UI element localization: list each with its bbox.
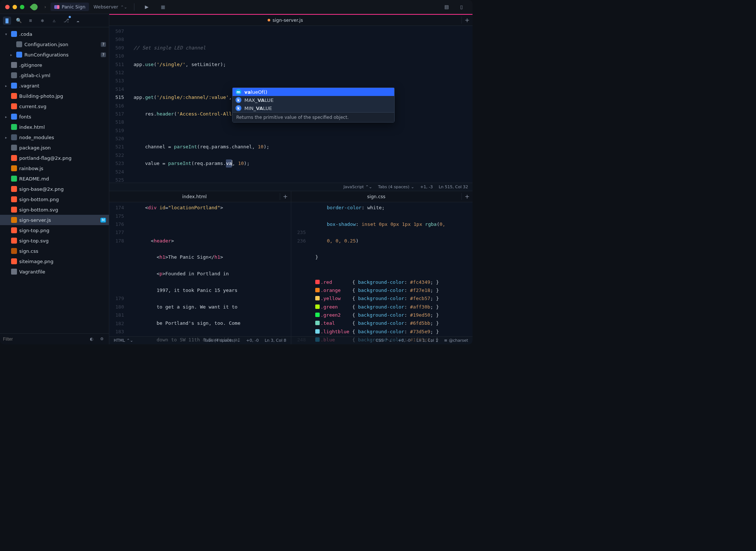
status-lang[interactable]: CSS ⌃⌄ — [376, 338, 392, 343]
editor-pane-bottom-right: sign.css + 235236248 border-color: white… — [291, 191, 473, 344]
zoom-window[interactable] — [20, 5, 24, 9]
code-editor-br[interactable]: 235236248 border-color: white; box-shado… — [291, 202, 473, 344]
tree-item--gitlab-ci-yml[interactable]: .gitlab-ci.yml — [0, 70, 109, 80]
tree-item-sign-top-svg[interactable]: sign-top.svg — [0, 235, 109, 246]
tab-sign-server[interactable]: sign-server.js — [109, 17, 461, 23]
tab-label: sign.css — [367, 194, 385, 199]
tree-item--vagrant[interactable]: ▸.vagrant — [0, 80, 109, 91]
editor-pane-bottom-left: index.html + 174175176177178179180181182… — [109, 191, 291, 344]
tree-item-badge: M — [100, 218, 106, 223]
tree-item-configuration-json[interactable]: Configuration.json? — [0, 39, 109, 49]
tree-item-vagrantfile[interactable]: Vagrantfile — [0, 266, 109, 277]
new-tab-button[interactable]: + — [461, 193, 472, 200]
tree-item-label: sign-bottom.svg — [19, 207, 58, 213]
tree-item-sign-css[interactable]: sign.css — [0, 246, 109, 256]
filter-settings-icon[interactable]: ⚙ — [98, 335, 106, 343]
symbols-icon[interactable]: ≡ — [27, 17, 35, 25]
status-lang[interactable]: JavaScript ⌃⌄ — [344, 185, 372, 189]
tree-item-badge: ? — [101, 52, 106, 57]
tree-item-current-svg[interactable]: current.svg — [0, 101, 109, 111]
tab-index-html[interactable]: index.html — [109, 194, 280, 199]
autocomplete-popup[interactable]: mvalueOf()kMAX_VALUEkMIN_VALUEReturns th… — [232, 87, 395, 123]
tree-item-node-modules[interactable]: ▸node_modules — [0, 132, 109, 142]
tree-item-label: README.md — [19, 176, 49, 182]
tab-bar-top: sign-server.js + — [109, 15, 472, 26]
img-icon — [11, 258, 17, 264]
kind-icon: m — [236, 89, 241, 95]
tree-item-index-html[interactable]: index.html — [0, 122, 109, 132]
status-pos[interactable]: Ln 3, Col 8 — [265, 338, 286, 343]
tree-item--coda[interactable]: ▾.coda — [0, 29, 109, 39]
close-window[interactable] — [5, 5, 10, 9]
new-tab-button[interactable]: + — [280, 193, 291, 200]
tree-item-rainbow-js[interactable]: rainbow.js — [0, 163, 109, 173]
cloud-icon[interactable]: ☁ — [74, 17, 82, 25]
files-tab-icon[interactable]: ▇ — [3, 17, 11, 25]
folder-dim-icon — [11, 134, 17, 140]
file-icon — [11, 62, 17, 68]
breadcrumb-target[interactable]: Webserver ⌃⌄ — [93, 4, 127, 10]
js-icon — [11, 165, 17, 171]
minimize-window[interactable] — [13, 5, 17, 9]
tree-item-building-photo-jpg[interactable]: Building-photo.jpg — [0, 91, 109, 101]
tree-item-label: rainbow.js — [19, 166, 43, 171]
sidebar-toolbar: ▇ 🔍 ≡ ✻ ⚠ ⎇ ☁ — [0, 14, 109, 27]
status-delta: +0, -0 — [246, 338, 259, 343]
layout-button[interactable]: ▤ — [442, 3, 451, 11]
stop-button[interactable]: ■ — [159, 3, 168, 11]
tree-item--gitignore[interactable]: .gitignore — [0, 60, 109, 70]
tree-item-sign-bottom-svg[interactable]: sign-bottom.svg — [0, 204, 109, 215]
status-indent[interactable]: Tabs (4 spaces) ⌄ — [378, 185, 414, 189]
tree-item-sign-top-png[interactable]: sign-top.png — [0, 225, 109, 235]
autocomplete-item[interactable]: mvalueOf() — [233, 88, 394, 96]
tab-sign-css[interactable]: sign.css — [291, 194, 462, 199]
tree-item-runconfigurations[interactable]: ▸RunConfigurations? — [0, 49, 109, 60]
tree-item-readme-md[interactable]: README.md — [0, 173, 109, 184]
tree-item-portland-flag-2x-png[interactable]: portland-flag@2x.png — [0, 153, 109, 163]
file-tree[interactable]: ▾.codaConfiguration.json?▸RunConfigurati… — [0, 27, 109, 333]
breadcrumb-project[interactable]: Panic Sign — [51, 3, 89, 11]
status-delta: +1, -3 — [420, 185, 433, 189]
tree-item-label: sign-top.png — [19, 228, 49, 233]
tree-item-label: current.svg — [19, 104, 47, 109]
status-pos[interactable]: Ln 515, Col 32 — [439, 185, 468, 189]
chevron-updown-icon: ⌃⌄ — [120, 5, 127, 10]
new-tab-button[interactable]: + — [461, 17, 472, 24]
filter-options-icon[interactable]: ◐ — [87, 335, 96, 343]
window-controls — [5, 5, 24, 9]
editor-pane-top: sign-server.js + 50750850951051151251351… — [109, 14, 472, 191]
code-editor-bl[interactable]: 174175176177178179180181182183 <div id="… — [109, 202, 291, 344]
tree-item-siteimage-png[interactable]: siteimage.png — [0, 256, 109, 266]
tree-item-sign-bottom-png[interactable]: sign-bottom.png — [0, 194, 109, 204]
issues-icon[interactable]: ⚠ — [50, 17, 58, 25]
tree-item-badge: ? — [101, 42, 106, 47]
sidebar-toggle-button[interactable]: ▯ — [457, 3, 466, 11]
search-icon[interactable]: 🔍 — [15, 17, 23, 25]
tree-item-package-json[interactable]: package.json — [0, 142, 109, 153]
img-icon — [11, 155, 17, 161]
html-icon — [11, 176, 17, 182]
app-icon — [30, 2, 39, 11]
tab-label: index.html — [182, 194, 207, 199]
folder-icon — [11, 114, 17, 120]
autocomplete-item[interactable]: kMAX_VALUE — [233, 96, 394, 104]
tree-item-label: Configuration.json — [24, 42, 68, 47]
status-indent[interactable]: Tabs (4 spaces) ⌄ — [204, 338, 240, 343]
tree-item-label: sign-top.svg — [19, 238, 49, 244]
autocomplete-item[interactable]: kMIN_VALUE — [233, 104, 394, 112]
filter-input[interactable] — [3, 337, 85, 342]
tree-item-fonts[interactable]: ▸fonts — [0, 111, 109, 122]
html-icon — [11, 124, 17, 130]
ai-icon[interactable]: ✻ — [38, 17, 47, 25]
status-bar-top: JavaScript ⌃⌄ Tabs (4 spaces) ⌄ +1, -3 L… — [109, 183, 472, 191]
scm-icon[interactable]: ⎇ — [62, 17, 70, 25]
tree-item-sign-server-js[interactable]: sign-server.jsM — [0, 215, 109, 225]
gear-icon — [16, 41, 22, 47]
status-pos[interactable]: Ln 1, Col 1 — [416, 338, 438, 343]
run-button[interactable]: ▶ — [142, 3, 151, 11]
status-bar-br: CSS ⌃⌄ +0, -0 Ln 1, Col 1 ≡ @charset — [291, 336, 473, 344]
gear-icon — [11, 145, 17, 151]
status-lang[interactable]: HTML ⌃⌄ — [114, 338, 133, 343]
status-encoding[interactable]: ≡ @charset — [444, 338, 468, 343]
tree-item-sign-base-2x-png[interactable]: sign-base@2x.png — [0, 184, 109, 194]
